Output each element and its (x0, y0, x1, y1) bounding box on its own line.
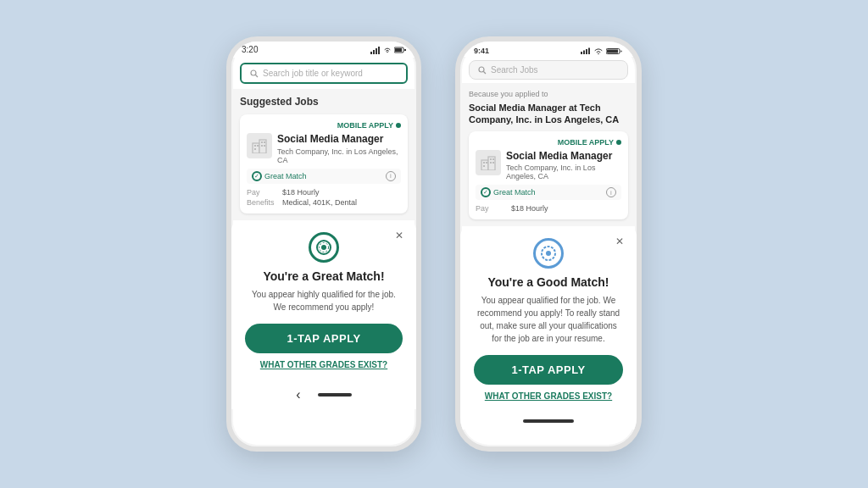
wifi-icon (383, 47, 392, 53)
job-title-right: Social Media Manager (506, 150, 621, 164)
pay-row-left: Pay $18 Hourly (247, 188, 401, 197)
phone-iphone: 9:41 Search Jobs (455, 36, 642, 452)
svg-rect-26 (607, 49, 618, 53)
mobile-apply-dot-left (396, 123, 401, 128)
mobile-apply-row-right: MOBILE APPLY (476, 138, 621, 147)
svg-point-19 (321, 245, 326, 250)
close-button-right[interactable]: ✕ (613, 235, 626, 248)
match-icon-left: ✓ (252, 171, 262, 181)
status-bar-right: 9:41 (460, 42, 637, 57)
job-card-body-left: Social Media Manager Tech Company, Inc. … (247, 133, 401, 164)
svg-rect-15 (264, 141, 265, 143)
svg-rect-1 (373, 50, 375, 54)
svg-rect-5 (395, 48, 402, 52)
svg-point-39 (546, 251, 551, 256)
svg-rect-33 (486, 162, 487, 164)
company-icon-left (247, 133, 272, 158)
benefits-row-left: Benefits Medical, 401K, Dental (247, 198, 401, 207)
job-details-right: Pay $18 Hourly (476, 204, 621, 213)
company-icon-right (476, 150, 501, 175)
time-left: 3:20 (242, 45, 258, 54)
content-padding-left: Suggested Jobs MOBILE APPLY (231, 89, 416, 220)
job-card-right[interactable]: MOBILE APPLY (469, 131, 628, 220)
bottom-sheet-right: ✕ You're a Good Match! You appear qualif… (460, 226, 637, 414)
job-company-right: Tech Company, Inc. in Los Angeles, CA (506, 164, 621, 180)
match-circle-icon-left (315, 239, 332, 256)
search-icon-right (478, 66, 487, 75)
signal-icon-right (581, 47, 591, 54)
section-title-left: Suggested Jobs (240, 96, 408, 108)
building-icon-right (480, 155, 497, 170)
svg-rect-11 (254, 145, 256, 147)
back-arrow-left[interactable]: ‹ (296, 387, 300, 402)
building-icon-left (251, 138, 268, 153)
job-info-left: Social Media Manager Tech Company, Inc. … (277, 133, 401, 164)
svg-rect-17 (264, 145, 265, 147)
mobile-apply-label-left: MOBILE APPLY (337, 121, 393, 130)
svg-rect-3 (378, 47, 380, 54)
modal-title-left: You're a Great Match! (245, 269, 403, 283)
svg-rect-6 (404, 49, 406, 51)
info-icon-left: i (386, 171, 396, 181)
match-badge-left: ✓ Great Match (252, 171, 307, 181)
svg-point-27 (479, 67, 484, 72)
search-icon-left (250, 69, 259, 78)
match-label-left: Great Match (264, 172, 307, 180)
search-bar-right[interactable]: Search Jobs (469, 60, 628, 80)
svg-point-7 (251, 70, 256, 75)
apply-button-right[interactable]: 1-TAP APPLY (474, 355, 623, 385)
search-placeholder-left: Search job title or keyword (263, 69, 363, 78)
close-button-left[interactable]: ✕ (392, 229, 406, 242)
svg-rect-24 (588, 48, 590, 55)
battery-icon-right (606, 47, 623, 55)
other-grades-link-left[interactable]: WHAT OTHER GRADES EXIST? (245, 360, 403, 369)
svg-rect-16 (261, 145, 263, 147)
match-badge-right: ✓ Great Match (481, 187, 536, 197)
svg-rect-32 (483, 165, 485, 167)
mobile-apply-label-right: MOBILE APPLY (558, 138, 614, 147)
apply-button-left[interactable]: 1-TAP APPLY (245, 324, 403, 353)
other-grades-link-right[interactable]: WHAT OTHER GRADES EXIST? (474, 391, 623, 401)
bottom-sheet-left: ✕ You're a Great Match! You appear highl… (231, 220, 416, 383)
job-info-right: Social Media Manager Tech Company, Inc. … (506, 150, 621, 181)
svg-rect-12 (254, 148, 256, 150)
svg-rect-34 (490, 158, 492, 160)
match-label-right: Great Match (493, 188, 536, 197)
job-card-left[interactable]: MOBILE APPLY (240, 114, 408, 214)
home-indicator-left (318, 393, 352, 396)
match-row-right: ✓ Great Match i (476, 185, 621, 200)
svg-line-28 (484, 71, 487, 74)
match-row-left: ✓ Great Match i (247, 169, 401, 184)
svg-rect-22 (583, 51, 585, 55)
search-placeholder-right: Search Jobs (491, 65, 538, 75)
signal-icon (370, 46, 381, 54)
pay-label-right: Pay (476, 204, 506, 213)
battery-icon (394, 47, 406, 53)
iphone-home-bar (460, 414, 637, 430)
svg-rect-0 (370, 52, 372, 54)
time-right: 9:41 (474, 47, 489, 55)
svg-rect-35 (492, 158, 494, 160)
svg-rect-36 (490, 162, 492, 164)
svg-rect-21 (581, 52, 582, 54)
home-bar-right (523, 419, 574, 423)
modal-desc-left: You appear highly qualified for the job.… (245, 288, 403, 313)
svg-rect-37 (492, 162, 494, 164)
pay-row-right: Pay $18 Hourly (476, 204, 621, 213)
context-text-right: Because you applied to (469, 90, 628, 98)
context-bold-right: Social Media Manager at Tech Company, In… (469, 102, 628, 126)
search-bar-left[interactable]: Search job title or keyword (240, 63, 408, 84)
job-title-left: Social Media Manager (277, 133, 401, 147)
job-card-body-right: Social Media Manager Tech Company, Inc. … (476, 150, 621, 181)
job-details-left: Pay $18 Hourly Benefits Medical, 401K, D… (247, 188, 401, 207)
wifi-icon-right (593, 47, 604, 55)
content-padding-right: Because you applied to Social Media Mana… (460, 83, 637, 226)
modal-desc-right: You appear qualified for the job. We rec… (474, 294, 623, 345)
content-area-left: Suggested Jobs MOBILE APPLY (231, 89, 416, 220)
svg-line-8 (256, 75, 259, 77)
svg-rect-31 (483, 162, 485, 164)
phone-android: 3:20 (226, 36, 421, 452)
svg-rect-14 (261, 141, 263, 143)
info-icon-right: i (606, 187, 616, 197)
svg-rect-2 (376, 48, 377, 54)
